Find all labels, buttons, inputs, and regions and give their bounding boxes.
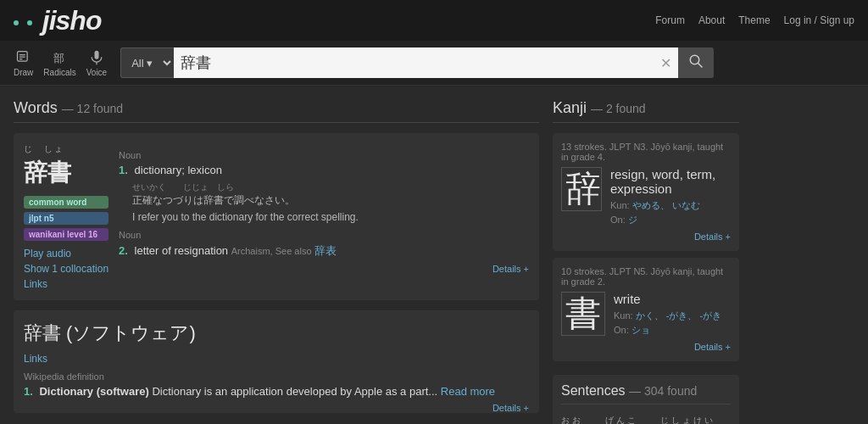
word-meta: common word jlpt n5 wanikani level 16 [24,196,108,241]
word-entry-body: じ しょ 辞書 common word jlpt n5 wanikani lev… [24,143,529,290]
left-column: Words — 12 found じ しょ 辞書 common word jlp… [14,99,539,424]
voice-icon-item[interactable]: Voice [86,49,107,77]
logo-dots [14,7,34,34]
wiki-details-link[interactable]: Details + [492,403,529,413]
sentence-furigana: おお げんこ じしょけい こび [561,415,731,424]
draw-icon-item[interactable]: Draw [14,49,33,77]
kanji-details-1: Details + [561,230,731,243]
kanji-kun-link-2a[interactable]: かく、 [636,310,664,321]
toolbar: Draw 部 Radicals Voice All ▾ ✕ [0,41,868,86]
search-dropdown[interactable]: All ▾ [120,47,174,78]
def-details-link-1[interactable]: Details + [492,264,529,274]
word-kanji: 辞書 [24,157,108,189]
wiki-def-item: 1. Dictionary (software) Dictionary is a… [24,385,529,398]
def-note-2: Archaism, See also [231,246,314,256]
logo-dot-1 [14,20,19,25]
draw-icon [15,49,32,66]
kanji-kun-link-2b[interactable]: -がき、 [666,310,698,321]
kanji-entry-1: 13 strokes. JLPT N3. Jōyō kanji, taught … [553,133,739,251]
svg-text:部: 部 [53,52,64,64]
def-text-1: dictionary; lexicon [135,164,222,176]
wiki-def-title: Dictionary (software) [39,385,148,398]
wiki-def-label: Wikipedia definition [24,371,529,382]
logo: jisho [14,7,101,34]
kanji-meanings-1: resign, word, term, expression [610,167,731,196]
radicals-icon: 部 [52,49,69,66]
badge-common: common word [24,196,108,209]
def-link-2[interactable]: 辞表 [314,244,337,257]
def-sub-furigana-1: せいかく じじょ しら [132,181,529,193]
kanji-kun-link-2c[interactable]: -がき [699,310,721,321]
kanji-on-2: On: ショ [614,324,721,337]
kanji-body-1: 辞 resign, word, term, expression Kun: やめ… [561,167,731,226]
kanji-on-label-1: On: [610,215,628,225]
def-text-2: letter of resignation [135,244,229,257]
search-clear-button[interactable]: ✕ [654,47,678,78]
collocation-link[interactable]: Show 1 collocation [24,263,108,275]
kanji-kun-label-1: Kun: [610,200,632,210]
kanji-meanings-2: write [614,292,721,306]
wiki-title: 辞書 (ソフトウェア) [24,321,529,346]
badge-wanikani: wanikani level 16 [24,228,108,241]
def-number-1: 1. [119,164,128,176]
kanji-kun-2: Kun: かく、 -がき、 -がき [614,310,721,322]
kanji-kun-link-1a[interactable]: やめる、 [632,200,670,210]
kanji-info-1: resign, word, term, expression Kun: やめる、… [610,167,731,226]
kanji-details-link-1[interactable]: Details + [694,232,731,242]
kanji-on-label-2: On: [614,325,632,335]
kanji-kun-link-1b[interactable]: いなむ [672,200,700,210]
nav-links: Forum About Theme Log in / Sign up [655,14,854,26]
logo-dot-2 [27,20,32,25]
read-more-link[interactable]: Read more [441,385,495,398]
wiki-links-link[interactable]: Links [24,353,529,365]
search-button[interactable] [678,47,714,78]
kanji-info-2: write Kun: かく、 -がき、 -がき On: ショ [614,292,721,337]
svg-point-7 [690,55,699,64]
sentences-count: — 304 found [629,384,697,398]
kanji-char-2: 書 [561,292,605,336]
def-pos-2: Noun [119,230,529,240]
words-title: Words [14,99,58,116]
kanji-kun-1: Kun: やめる、 いなむ [610,199,731,212]
kanji-details-2: Details + [561,340,731,353]
kanji-kun-label-2: Kun: [614,310,636,321]
search-input[interactable] [174,47,654,78]
search-icon [688,53,704,69]
kanji-on-link-2[interactable]: ショ [632,325,650,335]
nav-forum[interactable]: Forum [655,14,685,26]
kanji-entry-2: 10 strokes. JLPT N5. Jōyō kanji, taught … [553,258,739,361]
nav-about[interactable]: About [698,14,725,26]
svg-line-8 [698,63,702,67]
kanji-meta-2: 10 strokes. JLPT N5. Jōyō kanji, taught … [561,266,731,287]
kanji-count: — 2 found [591,102,646,115]
kanji-section-header: Kanji — 2 found [553,99,739,123]
def-pos-1: Noun [119,150,529,160]
radicals-icon-item[interactable]: 部 Radicals [43,49,75,77]
nav-login[interactable]: Log in / Sign up [784,14,854,26]
main: Words — 12 found じ しょ 辞書 common word jlp… [0,86,868,424]
def-sub-jp-1: 正確なつづりは辞書で調べなさい。 [132,193,529,208]
words-section-header: Words — 12 found [14,99,539,123]
svg-rect-5 [94,50,98,59]
def-item-2: 2. letter of resignation Archaism, See a… [119,243,529,259]
nav-theme[interactable]: Theme [738,14,770,26]
word-reading: じ しょ [24,143,108,155]
sentences-title: Sentences [561,383,626,398]
voice-icon [88,49,105,66]
header: jisho Forum About Theme Log in / Sign up [0,0,868,41]
kanji-on-link-1[interactable]: ジ [628,215,637,225]
svg-rect-0 [17,51,27,61]
kanji-section: Kanji — 2 found 13 strokes. JLPT N3. Jōy… [553,99,739,361]
draw-label: Draw [14,68,33,77]
def-number-2: 2. [119,244,128,257]
wiki-def-number: 1. [24,385,33,398]
kanji-details-link-2[interactable]: Details + [694,342,731,352]
word-entry-1: じ しょ 辞書 common word jlpt n5 wanikani lev… [14,133,539,300]
audio-link[interactable]: Play audio [24,248,108,259]
search-bar: All ▾ ✕ [120,47,714,78]
wiki-section: 辞書 (ソフトウェア) Links Wikipedia definition 1… [14,310,539,413]
word-links-link[interactable]: Links [24,278,108,290]
def-sub-1: せいかく じじょ しら 正確なつづりは辞書で調べなさい。 I refer you… [119,181,529,223]
def-sub-en-1: I refer you to the dictionary for the co… [132,211,529,223]
voice-label: Voice [86,68,107,77]
